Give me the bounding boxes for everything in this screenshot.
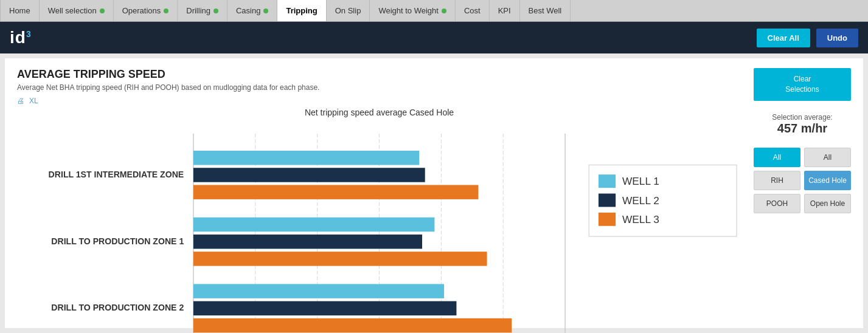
undo-button[interactable]: Undo — [816, 29, 858, 47]
tab-best-well[interactable]: Best Well — [520, 0, 571, 21]
bar-g1-w3 — [193, 185, 479, 199]
logo: id3 — [10, 28, 32, 47]
bar-g3-w3 — [193, 318, 512, 333]
bar-g2-w3 — [193, 252, 487, 266]
tab-casing-dot — [263, 9, 268, 13]
tab-casing[interactable]: Casing — [227, 0, 277, 21]
tab-cost-label: Cost — [464, 6, 481, 15]
tab-on-slip-label: On Slip — [335, 6, 361, 15]
tab-weight-to-weight[interactable]: Weight to Weight — [370, 0, 456, 21]
tab-operations[interactable]: Operations — [114, 0, 178, 21]
tab-operations-label: Operations — [122, 6, 161, 15]
svg-text:DRILL TO PRODUCTION ZONE 2: DRILL TO PRODUCTION ZONE 2 — [51, 303, 184, 312]
tab-home-label: Home — [9, 6, 30, 15]
print-icon: 🖨 — [17, 97, 24, 105]
tab-on-slip[interactable]: On Slip — [327, 0, 370, 21]
selection-average: Selection average: 457 m/hr — [754, 113, 851, 136]
chart-area: AVERAGE TRIPPING SPEED Average Net BHA t… — [17, 68, 741, 318]
chart-title: AVERAGE TRIPPING SPEED — [17, 68, 741, 81]
tab-tripping[interactable]: Tripping — [277, 0, 326, 21]
tab-well-selection-label: Well selection — [48, 6, 97, 15]
svg-rect-24 — [599, 213, 616, 226]
selection-avg-label: Selection average: — [754, 113, 851, 122]
header-buttons: Clear All Undo — [757, 29, 858, 47]
tab-drilling[interactable]: Drilling — [178, 0, 227, 21]
right-panel: ClearSelections Selection average: 457 m… — [754, 68, 851, 318]
filter-open-hole[interactable]: Open Hole — [804, 194, 851, 213]
tab-casing-label: Casing — [236, 6, 260, 15]
tab-best-well-label: Best Well — [529, 6, 562, 15]
tab-bar: Home Well selection Operations Drilling … — [0, 0, 868, 22]
svg-text:WELL 1: WELL 1 — [622, 175, 659, 187]
tab-cost[interactable]: Cost — [456, 0, 490, 21]
tab-home[interactable]: Home — [0, 0, 40, 21]
svg-text:DRILL 1ST INTERMEDIATE ZONE: DRILL 1ST INTERMEDIATE ZONE — [49, 170, 184, 179]
filter-all-left[interactable]: All — [754, 148, 800, 167]
tab-weight-to-weight-dot — [442, 9, 446, 13]
clear-all-button[interactable]: Clear All — [757, 29, 810, 47]
chart-export[interactable]: 🖨 XL — [17, 97, 741, 105]
tab-drilling-dot — [214, 9, 218, 13]
tab-kpi-label: KPI — [498, 6, 511, 15]
bar-g3-w2 — [193, 301, 457, 316]
svg-text:WELL 3: WELL 3 — [622, 213, 659, 225]
bar-g3-w1 — [193, 284, 444, 298]
tab-well-selection-dot — [100, 9, 105, 13]
bar-g2-w1 — [193, 218, 434, 232]
main-content: AVERAGE TRIPPING SPEED Average Net BHA t… — [5, 58, 863, 328]
chart-heading: Net tripping speed average Cased Hole — [17, 108, 741, 117]
bar-chart-svg: DRILL 1ST INTERMEDIATE ZONE DRILL TO PRO… — [17, 122, 741, 333]
selection-avg-value: 457 m/hr — [754, 122, 851, 136]
header-bar: id3 Clear All Undo — [0, 22, 868, 53]
svg-rect-22 — [599, 194, 616, 207]
svg-rect-20 — [599, 174, 616, 188]
clear-selections-button[interactable]: ClearSelections — [754, 68, 851, 101]
logo-sup: 3 — [26, 29, 32, 39]
svg-text:DRILL TO PRODUCTION ZONE 1: DRILL TO PRODUCTION ZONE 1 — [51, 236, 184, 246]
filter-grid: All All RIH Cased Hole POOH Open Hole — [754, 148, 851, 213]
tab-weight-to-weight-label: Weight to Weight — [378, 6, 439, 15]
filter-pooh[interactable]: POOH — [754, 194, 800, 213]
tab-operations-dot — [164, 9, 168, 13]
tab-drilling-label: Drilling — [186, 6, 210, 15]
svg-text:WELL 2: WELL 2 — [622, 194, 659, 207]
tab-tripping-label: Tripping — [286, 6, 317, 15]
export-xl-label: XL — [29, 97, 38, 105]
filter-cased-hole[interactable]: Cased Hole — [804, 171, 851, 190]
bar-g2-w2 — [193, 235, 422, 249]
bar-g1-w1 — [193, 151, 419, 165]
filter-rih[interactable]: RIH — [754, 171, 800, 190]
filter-all-right[interactable]: All — [804, 148, 851, 167]
tab-well-selection[interactable]: Well selection — [40, 0, 114, 21]
bar-g1-w2 — [193, 168, 425, 182]
tab-kpi[interactable]: KPI — [490, 0, 520, 21]
chart-subtitle: Average Net BHA tripping speed (RIH and … — [17, 83, 741, 92]
